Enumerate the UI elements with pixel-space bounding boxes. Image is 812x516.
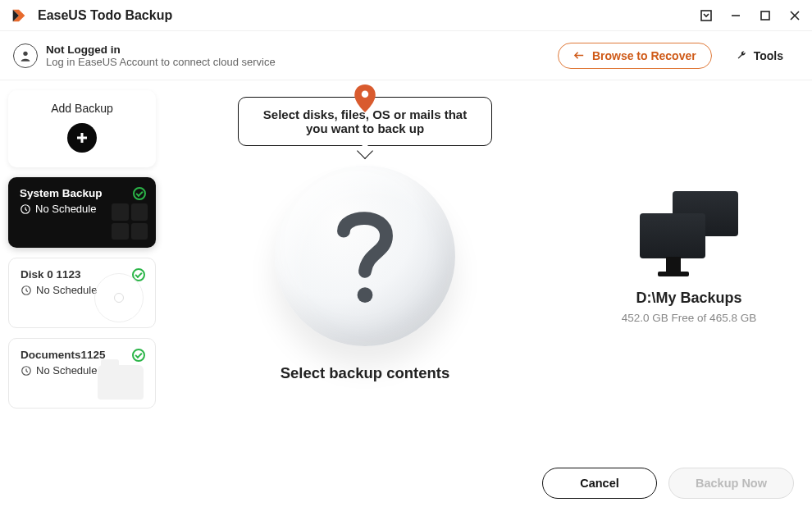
backup-task-title: System Backup: [20, 187, 146, 199]
svg-point-5: [23, 51, 27, 55]
backup-task-documents[interactable]: Documents1125 No Schedule: [8, 338, 156, 409]
svg-point-12: [358, 287, 373, 303]
minimize-button[interactable]: [728, 8, 743, 23]
backup-now-button: Backup Now: [668, 468, 794, 499]
hint-tooltip: Select disks, files, OS or mails that yo…: [238, 97, 492, 146]
clock-icon: [20, 203, 31, 215]
destination-icon: [640, 191, 738, 273]
svg-point-11: [362, 90, 369, 98]
footer-actions: Cancel Backup Now: [164, 450, 812, 516]
svg-rect-2: [761, 11, 769, 20]
app-logo-icon: [10, 7, 28, 25]
add-backup-label: Add Backup: [51, 102, 113, 115]
account-hint: Log in EaseUS Account to connect cloud s…: [46, 56, 550, 68]
account-header: Not Logged in Log in EaseUS Account to c…: [0, 31, 812, 80]
plus-icon: [67, 123, 97, 153]
close-button[interactable]: [787, 8, 802, 23]
status-ok-icon: [132, 349, 145, 362]
main-area: Select disks, files, OS or mails that yo…: [164, 80, 812, 516]
window-controls: [699, 8, 802, 23]
browse-to-recover-button[interactable]: Browse to Recover: [558, 43, 712, 69]
cancel-button[interactable]: Cancel: [542, 468, 657, 499]
title-bar: EaseUS Todo Backup: [0, 0, 812, 31]
system-glyph-icon: [112, 203, 148, 240]
status-ok-icon: [133, 187, 146, 200]
maximize-button[interactable]: [758, 8, 773, 23]
backup-task-system[interactable]: System Backup No Schedule: [8, 177, 156, 248]
app-title: EaseUS Todo Backup: [38, 8, 699, 23]
tools-button[interactable]: Tools: [720, 43, 799, 69]
tools-icon: [736, 50, 747, 62]
destination-free-space: 452.0 GB Free of 465.8 GB: [622, 312, 756, 324]
backup-task-disk[interactable]: Disk 0 1123 No Schedule: [8, 258, 156, 328]
account-info[interactable]: Not Logged in Log in EaseUS Account to c…: [46, 43, 550, 68]
sidebar: Add Backup System Backup No Schedule Dis…: [0, 80, 164, 516]
pin-icon: [354, 84, 376, 115]
disc-glyph-icon: [94, 273, 144, 322]
question-orb-icon: [275, 166, 455, 346]
avatar-icon[interactable]: [13, 43, 38, 68]
destination-path: D:\My Backups: [636, 290, 741, 307]
folder-glyph-icon: [98, 365, 144, 400]
recover-arrow-icon: [573, 49, 586, 62]
backup-task-title: Documents1125: [21, 349, 145, 361]
clock-icon: [21, 285, 32, 296]
add-backup-button[interactable]: Add Backup: [8, 90, 156, 167]
clock-icon: [21, 365, 32, 377]
account-status: Not Logged in: [46, 43, 550, 56]
backup-contents-label: Select backup contents: [281, 364, 450, 382]
dropdown-button[interactable]: [699, 8, 714, 23]
